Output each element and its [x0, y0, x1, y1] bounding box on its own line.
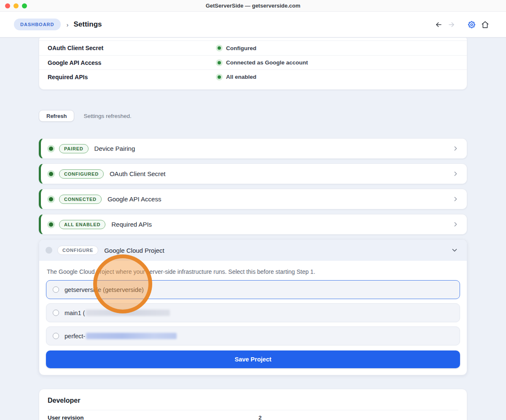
status-badge: CONNECTED: [59, 195, 102, 204]
table-row: Required APIs All enabled: [39, 70, 467, 84]
section-title: Google Cloud Project: [104, 247, 164, 254]
minimize-window-button[interactable]: [13, 3, 19, 8]
status-text: Configured: [226, 45, 256, 51]
google-cloud-project-header[interactable]: CONFIGURE Google Cloud Project: [39, 240, 467, 261]
option-label: main1 (: [65, 310, 85, 316]
redacted-text: [86, 333, 177, 339]
row-status: Connected as Google account: [218, 59, 308, 66]
green-status-dot: [49, 222, 53, 227]
refresh-row: Refresh Settings refreshed.: [39, 110, 467, 122]
chevron-right-icon: [452, 195, 459, 203]
forward-arrow-icon[interactable]: [447, 21, 455, 29]
status-badge: CONFIGURED: [59, 169, 104, 179]
traffic-lights: [5, 3, 27, 8]
cut-off-row: [39, 38, 467, 41]
refresh-button[interactable]: Refresh: [39, 110, 74, 122]
status-summary-card: OAuth Client Secret Configured Google AP…: [39, 37, 467, 90]
green-status-dot: [49, 197, 53, 201]
developer-heading: Developer: [48, 389, 458, 410]
settings-page: OAuth Client Secret Configured Google AP…: [0, 37, 506, 420]
row-status: Configured: [218, 45, 256, 51]
breadcrumb-separator-icon: ›: [67, 21, 69, 28]
option-label: perfect-: [65, 333, 85, 340]
project-option-perfect[interactable]: perfect-: [46, 326, 460, 345]
status-badge: PAIRED: [59, 144, 89, 153]
green-status-dot: [49, 147, 53, 151]
project-option-main1[interactable]: main1 (: [46, 303, 460, 322]
setting-row-label: Device Pairing: [94, 145, 135, 152]
configure-badge: CONFIGURE: [57, 246, 98, 255]
page-title: Settings: [74, 20, 102, 29]
redacted-text: [86, 310, 170, 316]
app-header: DASHBOARD › Settings: [0, 12, 506, 37]
setting-row-label: Google API Access: [108, 195, 161, 203]
save-project-button[interactable]: Save Project: [46, 350, 460, 368]
google-cloud-project-card: CONFIGURE Google Cloud Project The Googl…: [39, 239, 467, 375]
row-status: All enabled: [218, 74, 256, 80]
row-label: User revision: [48, 415, 84, 420]
setting-row-device-pairing[interactable]: PAIRED Device Pairing: [39, 138, 467, 159]
header-icons: [435, 21, 489, 29]
zoom-window-button[interactable]: [22, 3, 27, 8]
setting-row-google-api-access[interactable]: CONNECTED Google API Access: [39, 189, 467, 209]
setting-row-oauth-client-secret[interactable]: CONFIGURED OAuth Client Secret: [39, 163, 467, 184]
row-label: OAuth Client Secret: [48, 45, 218, 51]
window-titlebar: GetServerSide — getserverside.com: [0, 0, 506, 12]
green-status-dot: [218, 46, 221, 50]
row-value: 2: [258, 415, 262, 420]
setting-row-label: OAuth Client Secret: [110, 170, 166, 177]
settings-rows-list: PAIRED Device Pairing CONFIGURED OAuth C…: [39, 138, 467, 235]
home-icon[interactable]: [481, 21, 489, 29]
green-status-dot: [218, 61, 221, 64]
table-row: OAuth Client Secret Configured: [39, 41, 467, 55]
green-status-dot: [218, 75, 221, 79]
chevron-right-icon: [452, 145, 459, 152]
row-label: Required APIs: [48, 74, 218, 80]
table-row: User revision 2: [48, 410, 458, 420]
setting-row-required-apis[interactable]: ALL ENABLED Required APIs: [39, 214, 467, 235]
status-text: Connected as Google account: [226, 59, 308, 66]
status-text: All enabled: [226, 74, 256, 80]
radio-button-icon[interactable]: [53, 286, 59, 293]
option-label: getserverside (getserverside): [65, 286, 144, 293]
green-status-dot: [49, 172, 53, 176]
window-title: GetServerSide — getserverside.com: [206, 3, 301, 9]
chevron-right-icon: [452, 221, 459, 228]
radio-button-icon[interactable]: [53, 333, 59, 339]
status-badge: ALL ENABLED: [59, 220, 105, 229]
close-window-button[interactable]: [5, 3, 10, 8]
chevron-right-icon: [452, 170, 459, 177]
setting-row-label: Required APIs: [111, 221, 152, 228]
chevron-down-icon: [451, 246, 458, 254]
gray-status-dot: [46, 247, 52, 254]
table-row: Google API Access Connected as Google ac…: [39, 55, 467, 70]
project-options-list: getserverside (getserverside) main1 ( pe…: [46, 280, 460, 345]
google-cloud-project-body: The Google Cloud project where your serv…: [39, 268, 467, 375]
developer-card: Developer User revision 2: [39, 389, 467, 420]
gear-icon[interactable]: [468, 21, 475, 28]
breadcrumb-dashboard-badge[interactable]: DASHBOARD: [14, 19, 61, 30]
row-label: Google API Access: [48, 59, 218, 66]
radio-button-icon[interactable]: [53, 310, 59, 316]
back-arrow-icon[interactable]: [435, 21, 443, 29]
project-option-getserverside[interactable]: getserverside (getserverside): [46, 280, 460, 299]
refresh-status-message: Settings refreshed.: [83, 113, 131, 119]
section-description: The Google Cloud project where your serv…: [46, 268, 460, 276]
